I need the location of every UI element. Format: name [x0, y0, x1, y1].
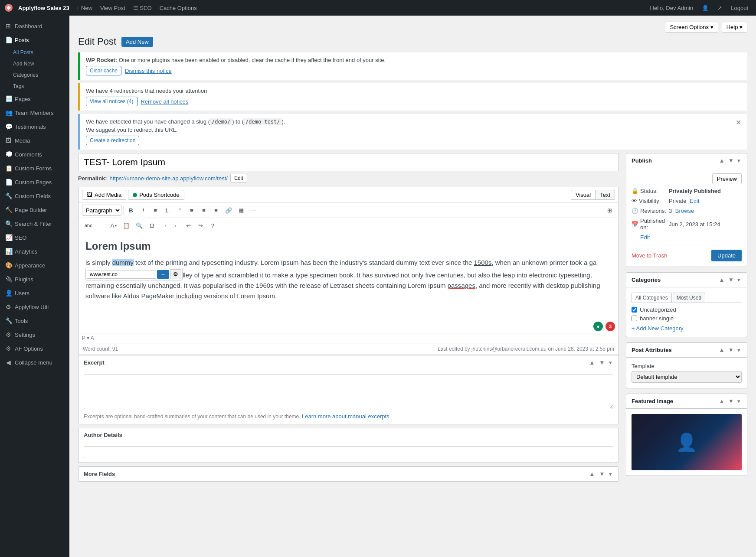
excerpt-learn-more-link[interactable]: Learn more about manual excerpts [302, 413, 389, 420]
sidebar-item-team-members[interactable]: 👥 Team Members [0, 106, 69, 120]
permalink-link[interactable]: https://urbane-demo-site.ap.applyflow.co… [109, 175, 227, 182]
sidebar-item-page-builder[interactable]: 🔨 Page Builder [0, 203, 69, 217]
sidebar-item-settings[interactable]: ⚙ Settings [0, 328, 69, 342]
sidebar-item-custom-fields[interactable]: 🔧 Custom Fields [0, 189, 69, 203]
align-center-button[interactable]: ≡ [198, 205, 209, 216]
editor-content[interactable]: Lorem Ipsum is simply dummy text of the … [79, 233, 619, 320]
link-settings-button[interactable]: ⚙ [170, 269, 181, 279]
pods-shortcode-button[interactable]: Pods Shortcode [128, 190, 184, 200]
sidebar-item-seo[interactable]: 📈 SEO [0, 231, 69, 244]
update-button[interactable]: Update [711, 250, 742, 261]
remove-notices-link[interactable]: Remove all notices [141, 98, 189, 105]
featured-image-up[interactable]: ▲ [718, 397, 726, 405]
template-select[interactable]: Default template [632, 371, 742, 383]
excerpt-collapse-up[interactable]: ▲ [588, 359, 596, 366]
featured-image-preview[interactable]: 👤 [632, 414, 742, 470]
site-logo[interactable] [4, 3, 13, 12]
featured-image-toggle[interactable]: ▾ [736, 397, 742, 405]
redo-button[interactable]: ↪ [195, 220, 206, 231]
add-media-button[interactable]: 🖼 Add Media [82, 190, 126, 200]
dismiss-notice-link[interactable]: Dismiss this notice [125, 68, 172, 74]
bold-button[interactable]: B [125, 205, 137, 216]
close-icon[interactable]: ✕ [736, 118, 741, 127]
insert-link-button[interactable]: 🔗 [223, 205, 235, 216]
align-left-button[interactable]: ≡ [186, 205, 197, 216]
publish-up[interactable]: ▲ [718, 157, 726, 164]
help-toolbar-button[interactable]: ? [207, 220, 218, 231]
sidebar-item-comments[interactable]: 💭 Comments [0, 147, 69, 161]
paragraph-select[interactable]: Paragraph [82, 205, 121, 216]
text-color-button[interactable]: A▾ [108, 220, 120, 231]
sidebar-item-all-posts[interactable]: All Posts [0, 47, 69, 58]
p-a-label[interactable]: P ▾ A [82, 335, 94, 341]
permalink-edit-button[interactable]: Edit [230, 174, 247, 182]
excerpt-textarea[interactable] [84, 375, 613, 409]
sidebar-item-custom-forms[interactable]: 📋 Custom Forms [0, 161, 69, 175]
sidebar-item-testimonials[interactable]: 💬 Testimonials [0, 120, 69, 134]
sidebar-item-collapse[interactable]: ◀ Collapse menu [0, 355, 69, 369]
move-to-trash-link[interactable]: Move to Trash [632, 252, 667, 259]
adminbar-view-post[interactable]: View Post [97, 0, 129, 16]
sidebar-item-dashboard[interactable]: ⊞ Dashboard [0, 19, 69, 33]
category-checkbox-uncategorized[interactable] [632, 307, 637, 313]
view-notices-button[interactable]: View all notices (4) [86, 97, 137, 106]
site-name[interactable]: Applyflow Sales 23 [15, 5, 73, 11]
categories-toggle[interactable]: ▾ [736, 276, 742, 283]
revisions-browse-link[interactable]: Browse [675, 208, 694, 214]
toolbar-expand-button[interactable]: ⊞ [604, 205, 615, 216]
unordered-list-button[interactable]: ≡ [150, 205, 161, 216]
logout-btn[interactable]: Logout [727, 0, 752, 16]
visual-tab[interactable]: Visual [571, 190, 596, 200]
sidebar-item-applyflow-util[interactable]: ⚙ Applyflow Util [0, 300, 69, 314]
all-categories-tab[interactable]: All Categories [632, 293, 672, 303]
badge-red[interactable]: 3 [605, 322, 615, 331]
post-attributes-down[interactable]: ▼ [727, 346, 735, 354]
sidebar-item-add-new[interactable]: Add New [0, 58, 69, 69]
post-attributes-up[interactable]: ▲ [718, 346, 726, 354]
user-icon-btn[interactable]: 👤 [698, 0, 712, 16]
outdent-button[interactable]: ← [170, 220, 182, 231]
sidebar-item-af-options[interactable]: ⚙ AF Options [0, 342, 69, 355]
excerpt-header[interactable]: Excerpt ▲ ▼ ▾ [79, 355, 619, 370]
published-edit-link[interactable]: Edit [640, 234, 650, 241]
insert-more-button[interactable]: — [248, 205, 259, 216]
categories-up[interactable]: ▲ [718, 276, 726, 283]
blockquote-button[interactable]: " [174, 205, 185, 216]
sidebar-item-appearance[interactable]: 🎨 Appearance [0, 258, 69, 272]
more-fields-up[interactable]: ▲ [588, 470, 596, 478]
author-input[interactable] [84, 446, 613, 458]
sidebar-item-custom-pages[interactable]: 📄 Custom Pages [0, 175, 69, 189]
featured-image-down[interactable]: ▼ [727, 397, 735, 405]
publish-toggle[interactable]: ▾ [736, 157, 742, 164]
sidebar-item-tags[interactable]: Tags [0, 81, 69, 92]
adminbar-new[interactable]: + New [73, 0, 96, 16]
post-attributes-toggle[interactable]: ▾ [736, 346, 742, 354]
text-tab[interactable]: Text [596, 190, 615, 200]
publish-down[interactable]: ▼ [727, 157, 735, 164]
sidebar-item-tools[interactable]: 🔧 Tools [0, 314, 69, 328]
exit-icon-btn[interactable]: ↗ [714, 0, 726, 16]
sidebar-item-pages[interactable]: 📃 Pages [0, 92, 69, 106]
visibility-edit-link[interactable]: Edit [690, 198, 699, 204]
screen-options-button[interactable]: Screen Options ▾ [665, 22, 718, 33]
insert-table-button[interactable]: ▦ [236, 205, 247, 216]
sidebar-item-search-filter[interactable]: 🔍 Search & Filter [0, 217, 69, 231]
create-redirection-button[interactable]: Create a redirection [86, 136, 139, 145]
hr-button[interactable]: — [96, 220, 107, 231]
adminbar-cache[interactable]: Cache Options [156, 0, 200, 16]
more-fields-toggle[interactable]: ▾ [608, 470, 613, 478]
adminbar-seo[interactable]: ☰ SEO [130, 0, 155, 16]
more-fields-down[interactable]: ▼ [598, 470, 606, 478]
excerpt-collapse-down[interactable]: ▼ [598, 359, 606, 366]
categories-down[interactable]: ▼ [727, 276, 735, 283]
find-replace-button[interactable]: 🔍 [133, 220, 145, 231]
special-char-button[interactable]: abc [82, 220, 95, 231]
preview-button[interactable]: Preview [712, 173, 742, 184]
link-url-input[interactable] [87, 270, 156, 279]
category-checkbox-banner-single[interactable] [632, 316, 637, 321]
undo-button[interactable]: ↩ [183, 220, 194, 231]
badge-teal[interactable]: ● [593, 322, 603, 331]
add-new-button[interactable]: Add New [121, 37, 153, 47]
clear-cache-button[interactable]: Clear cache [86, 66, 121, 75]
sidebar-item-categories[interactable]: Categories [0, 69, 69, 81]
